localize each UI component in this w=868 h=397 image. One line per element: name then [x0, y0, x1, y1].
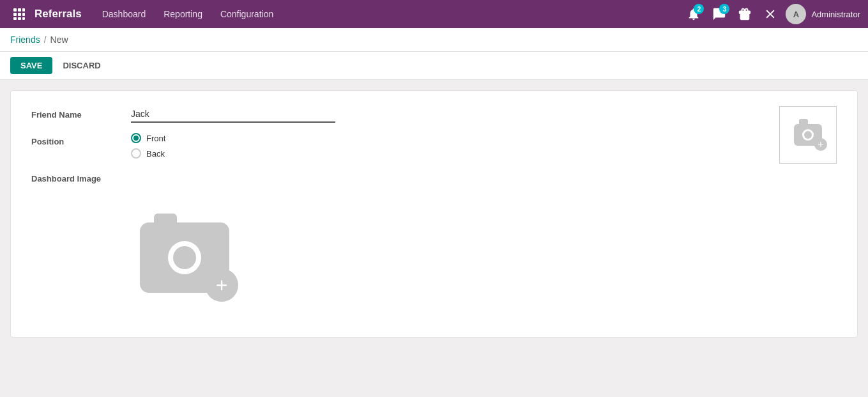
breadcrumb-current: New [50, 35, 68, 45]
breadcrumb-separator: / [44, 35, 47, 45]
avatar: A [786, 4, 806, 24]
dashboard-image-section: Dashboard Image + [31, 174, 837, 322]
menu-item-reporting[interactable]: Reporting [156, 5, 210, 23]
friend-name-row: Friend Name [31, 106, 837, 123]
save-button[interactable]: SAVE [10, 57, 52, 74]
activity-badge: 2 [694, 4, 704, 14]
breadcrumb-bar: Friends / New [0, 28, 868, 52]
radio-back[interactable]: Back [131, 148, 837, 159]
friend-name-field [131, 106, 837, 123]
svg-rect-5 [22, 13, 25, 16]
camera-icon-small: + [794, 124, 822, 146]
chat-icon-btn[interactable]: 3 [709, 4, 729, 24]
app-title: Referrals [34, 8, 82, 20]
user-menu[interactable]: A Administrator [786, 4, 860, 24]
activity-icon-btn[interactable]: 2 [683, 4, 704, 24]
svg-rect-1 [18, 8, 21, 12]
radio-front-input[interactable] [131, 133, 141, 143]
user-name: Administrator [811, 10, 860, 19]
close-icon-btn[interactable] [760, 4, 780, 24]
position-field: Front Back [131, 133, 837, 159]
svg-rect-0 [13, 8, 17, 12]
radio-back-label: Back [146, 149, 165, 159]
menu-item-configuration[interactable]: Configuration [213, 5, 281, 23]
apps-icon[interactable] [8, 3, 31, 26]
discard-button[interactable]: DISCARD [57, 57, 105, 74]
svg-rect-2 [22, 8, 25, 12]
menu-item-dashboard[interactable]: Dashboard [95, 5, 154, 23]
topnav-actions: 2 3 A Administrator [683, 4, 860, 24]
svg-rect-4 [18, 13, 21, 16]
dashboard-image-upload[interactable]: + [121, 194, 248, 322]
svg-rect-3 [13, 13, 17, 16]
form-card: + Friend Name Position Front [10, 90, 858, 338]
main-content: + Friend Name Position Front [0, 80, 868, 393]
topnav: Referrals Dashboard Reporting Configurat… [0, 0, 868, 28]
photo-upload-small[interactable]: + [779, 106, 837, 164]
friend-name-input[interactable] [131, 106, 335, 123]
dashboard-image-label: Dashboard Image [31, 174, 837, 183]
radio-back-input[interactable] [131, 148, 141, 159]
toolbar: SAVE DISCARD [0, 52, 868, 80]
breadcrumb-parent[interactable]: Friends [10, 35, 40, 45]
position-label: Position [31, 133, 121, 146]
friend-name-label: Friend Name [31, 106, 121, 120]
radio-front[interactable]: Front [131, 133, 837, 143]
chat-badge: 3 [719, 4, 729, 14]
gift-icon-btn[interactable] [735, 4, 755, 24]
camera-icon-large: + [140, 222, 229, 293]
svg-rect-7 [18, 17, 21, 20]
radio-front-label: Front [146, 134, 165, 143]
svg-rect-8 [22, 17, 25, 20]
position-radio-group: Front Back [131, 133, 837, 159]
main-menu: Dashboard Reporting Configuration [95, 5, 684, 23]
position-row: Position Front Back [31, 133, 837, 159]
svg-rect-6 [13, 17, 17, 20]
